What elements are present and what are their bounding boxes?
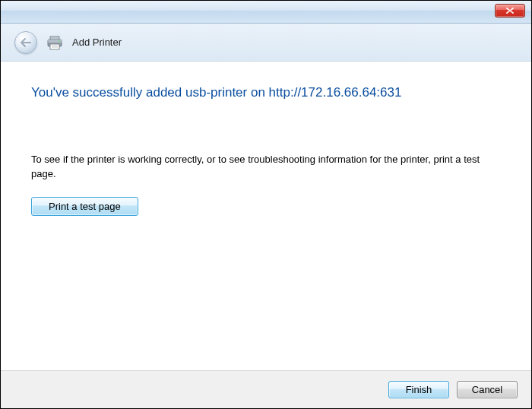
printer-icon [46, 35, 63, 50]
back-button[interactable] [14, 31, 37, 54]
wizard-content: You've successfully added usb-printer on… [1, 62, 531, 216]
wizard-header: Add Printer [1, 24, 531, 62]
wizard-footer: Finish Cancel [1, 370, 531, 408]
window-titlebar [1, 1, 531, 24]
finish-button[interactable]: Finish [388, 381, 449, 398]
svg-rect-4 [50, 44, 59, 49]
add-printer-wizard-window: Add Printer You've successfully added us… [0, 0, 532, 409]
success-heading: You've successfully added usb-printer on… [31, 84, 501, 101]
wizard-title: Add Printer [72, 36, 122, 48]
instruction-text: To see if the printer is working correct… [31, 153, 501, 182]
close-button[interactable] [495, 4, 525, 17]
cancel-button[interactable]: Cancel [457, 381, 518, 398]
close-icon [505, 7, 515, 14]
print-test-page-button[interactable]: Print a test page [31, 197, 138, 216]
svg-point-3 [59, 40, 60, 42]
arrow-left-icon [20, 37, 32, 48]
